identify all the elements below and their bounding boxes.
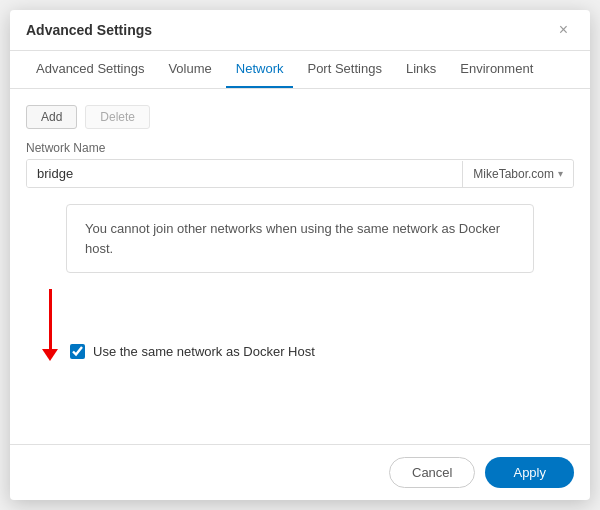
dialog-footer: Cancel Apply: [10, 444, 590, 500]
tab-environment[interactable]: Environment: [450, 51, 543, 88]
advanced-settings-dialog: Advanced Settings × Advanced Settings Vo…: [10, 10, 590, 500]
dropdown-label: MikeTabor.com: [473, 167, 554, 181]
network-name-input[interactable]: [27, 160, 462, 187]
cancel-button[interactable]: Cancel: [389, 457, 475, 488]
apply-button[interactable]: Apply: [485, 457, 574, 488]
tab-advanced-settings[interactable]: Advanced Settings: [26, 51, 154, 88]
tab-network[interactable]: Network: [226, 51, 294, 88]
info-message: You cannot join other networks when usin…: [85, 221, 500, 256]
arrow-line: [49, 289, 52, 349]
docker-host-label: Use the same network as Docker Host: [93, 344, 315, 359]
info-box: You cannot join other networks when usin…: [66, 204, 534, 273]
tab-links[interactable]: Links: [396, 51, 446, 88]
chevron-down-icon: ▾: [558, 168, 563, 179]
tab-volume[interactable]: Volume: [158, 51, 221, 88]
docker-host-checkbox[interactable]: [70, 344, 85, 359]
network-name-field-group: Network Name MikeTabor.com ▾: [26, 141, 574, 188]
checkbox-row: Use the same network as Docker Host: [70, 344, 315, 359]
action-buttons-row: Add Delete: [26, 105, 574, 129]
add-network-button[interactable]: Add: [26, 105, 77, 129]
tabs-bar: Advanced Settings Volume Network Port Se…: [10, 51, 590, 89]
network-dropdown[interactable]: MikeTabor.com ▾: [462, 161, 573, 187]
dialog-body: Add Delete Network Name MikeTabor.com ▾ …: [10, 89, 590, 444]
delete-network-button[interactable]: Delete: [85, 105, 150, 129]
tab-port-settings[interactable]: Port Settings: [297, 51, 391, 88]
arrow-head-icon: [42, 349, 58, 361]
close-button[interactable]: ×: [553, 20, 574, 40]
dialog-header: Advanced Settings ×: [10, 10, 590, 51]
dialog-title: Advanced Settings: [26, 22, 152, 38]
info-and-checkbox-area: You cannot join other networks when usin…: [26, 200, 574, 428]
network-name-label: Network Name: [26, 141, 574, 155]
network-name-row: MikeTabor.com ▾: [26, 159, 574, 188]
red-arrow: [42, 289, 58, 361]
